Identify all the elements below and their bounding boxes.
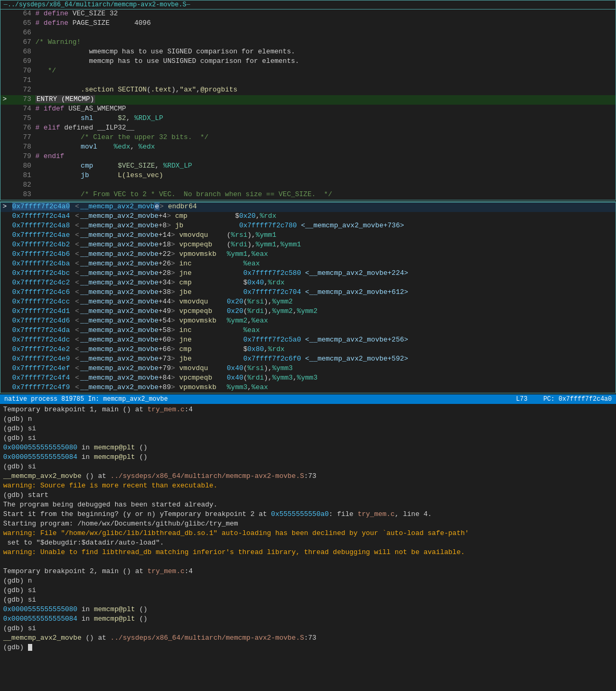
source-line: 75 shl $2, %RDX_LP bbox=[1, 114, 615, 124]
source-line: 77 /* Clear the upper 32 bits. */ bbox=[1, 133, 615, 143]
disasm-offset: +73 bbox=[158, 355, 171, 363]
line-content: # ifdef USE_AS_WMEMCMP bbox=[35, 105, 613, 113]
source-line: 69 memcmp has to use UNSIGNED comparison… bbox=[1, 57, 615, 67]
line-arrow: > bbox=[3, 95, 12, 103]
disasm-operands: $0x40,%rdx bbox=[227, 279, 284, 287]
disasm-line: 0x7ffff7f2c4dc <__memcmp_avx2_movbe+60>j… bbox=[1, 336, 615, 345]
disasm-instr: vpmovmskb bbox=[179, 383, 227, 391]
disasm-panel: >0x7ffff7f2c4a0 <__memcmp_avx2_movbe>end… bbox=[0, 201, 616, 393]
source-panel-title: —../sysdeps/x86_64/multiarch/memcmp-avx2… bbox=[1, 1, 615, 10]
disasm-addr: 0x7ffff7f2c4d6 bbox=[12, 317, 70, 325]
disasm-func: __memcmp_avx2_movbe bbox=[80, 298, 158, 306]
disasm-bracket: > bbox=[171, 383, 175, 391]
disasm-func: __memcmp_avx2_movbe bbox=[80, 241, 158, 248]
source-line: 80 cmp $VEC_SIZE, %RDX_LP bbox=[1, 162, 615, 171]
disasm-operands: %ymm3,%eax bbox=[227, 383, 268, 391]
source-line: 78 movl %edx, %edx bbox=[1, 143, 615, 152]
source-line: 76# elif defined __ILP32__ bbox=[1, 124, 615, 133]
disasm-line: 0x7ffff7f2c4f4 <__memcmp_avx2_movbe+84>v… bbox=[1, 374, 615, 383]
line-number: 68 bbox=[12, 48, 31, 56]
gdb-line: warning: Source file is more recent than… bbox=[2, 481, 614, 491]
disasm-operands: 0x7ffff7f2c580 <__memcmp_avx2_movbe+224> bbox=[227, 269, 408, 277]
disasm-func: __memcmp_avx2_movbe bbox=[80, 250, 158, 258]
disasm-bracket: > bbox=[171, 345, 175, 353]
gdb-line: __memcmp_avx2_movbe () at ../sysdeps/x86… bbox=[2, 633, 614, 643]
disasm-line: 0x7ffff7f2c4c2 <__memcmp_avx2_movbe+34>c… bbox=[1, 279, 615, 288]
disasm-sep: < bbox=[71, 383, 79, 391]
disasm-sep: < bbox=[71, 231, 79, 239]
line-number: 69 bbox=[12, 57, 31, 65]
disasm-offset: +84 bbox=[158, 374, 171, 382]
source-line: 68 wmemcmp has to use SIGNED comparison … bbox=[1, 48, 615, 57]
disasm-sep: < bbox=[71, 202, 79, 210]
disasm-addr: 0x7ffff7f2c4c6 bbox=[12, 288, 70, 296]
line-number: 76 bbox=[12, 124, 31, 132]
line-number: 72 bbox=[12, 86, 31, 94]
status-bar: native process 819785 In: memcmp_avx2_mo… bbox=[0, 394, 616, 404]
source-panel: —../sysdeps/x86_64/multiarch/memcmp-avx2… bbox=[0, 0, 616, 200]
disasm-instr: vmovdqu bbox=[179, 364, 227, 372]
disasm-sep: < bbox=[71, 374, 79, 382]
disasm-offset: +18 bbox=[158, 241, 171, 248]
line-number: 70 bbox=[12, 67, 31, 75]
disasm-instr: vpcmpeqb bbox=[179, 374, 227, 382]
disasm-bracket: > bbox=[171, 374, 175, 382]
disasm-sep: < bbox=[71, 317, 79, 325]
disasm-operands: %eax bbox=[227, 260, 259, 268]
disasm-operands: $0x80,%rdx bbox=[227, 345, 284, 353]
disasm-offset: +22 bbox=[158, 250, 171, 258]
disasm-sep: < bbox=[71, 336, 79, 344]
disasm-bracket: > bbox=[171, 307, 175, 315]
source-code-area: 64# define VEC_SIZE 3265# define PAGE_SI… bbox=[1, 10, 615, 200]
disasm-offset: +54 bbox=[158, 317, 171, 325]
disasm-instr: cmp bbox=[179, 279, 227, 287]
disasm-line: 0x7ffff7f2c4f9 <__memcmp_avx2_movbe+89>v… bbox=[1, 383, 615, 393]
disasm-func: __memcmp_avx2_movbe bbox=[80, 326, 158, 334]
disasm-line: 0x7ffff7f2c4ba <__memcmp_avx2_movbe+26>i… bbox=[1, 260, 615, 269]
source-line: 79# endif bbox=[1, 152, 615, 162]
disasm-sep: < bbox=[71, 212, 79, 220]
disasm-sep: < bbox=[71, 298, 79, 306]
disasm-bracket: > bbox=[171, 326, 175, 334]
disasm-func: __memcmp_avx2_movbe bbox=[80, 307, 158, 315]
disasm-func: __memcmp_avx2_movbe bbox=[80, 231, 158, 239]
disasm-addr: 0x7ffff7f2c4e2 bbox=[12, 345, 70, 353]
gdb-line: Temporary breakpoint 2, main () at try_m… bbox=[2, 567, 614, 576]
line-number: 77 bbox=[12, 133, 31, 141]
disasm-addr: 0x7ffff7f2c4b6 bbox=[12, 250, 70, 258]
disasm-addr: 0x7ffff7f2c4ba bbox=[12, 260, 70, 268]
disasm-sep: < bbox=[71, 364, 79, 372]
disasm-line: 0x7ffff7f2c4cc <__memcmp_avx2_movbe+44>v… bbox=[1, 298, 615, 307]
line-number: 80 bbox=[12, 162, 31, 170]
line-content: /* From VEC to 2 * VEC. No branch when s… bbox=[35, 190, 613, 198]
disasm-line: 0x7ffff7f2c4e2 <__memcmp_avx2_movbe+66>c… bbox=[1, 345, 615, 355]
disasm-offset: +28 bbox=[158, 269, 171, 277]
line-content: # define PAGE_SIZE 4096 bbox=[35, 19, 613, 27]
disasm-instr: jb bbox=[175, 222, 222, 229]
gdb-line: 0x0000555555555080 in memcmp@plt () bbox=[2, 443, 614, 453]
gdb-line: (gdb) bbox=[2, 643, 614, 652]
disasm-operands: $0x20,%rdx bbox=[222, 212, 276, 220]
source-line: 65# define PAGE_SIZE 4096 bbox=[1, 19, 615, 29]
disasm-offset: +44 bbox=[158, 298, 171, 306]
disasm-operands: 0x20(%rdi),%ymm2,%ymm2 bbox=[227, 307, 318, 315]
disasm-offset: +34 bbox=[158, 279, 171, 287]
gdb-console[interactable]: Temporary breakpoint 1, main () at try_m… bbox=[0, 404, 616, 691]
disasm-operands: 0x20(%rsi),%ymm2 bbox=[227, 298, 293, 306]
line-number: 78 bbox=[12, 143, 31, 151]
disasm-func: __memcmp_avx2_movbe bbox=[80, 336, 158, 344]
line-content: # elif defined __ILP32__ bbox=[35, 124, 613, 132]
disasm-sep: < bbox=[71, 279, 79, 287]
gdb-line: set to "$debugdir:$datadir/auto-load". bbox=[2, 538, 614, 548]
line-number: 66 bbox=[12, 29, 31, 36]
disasm-bracket: > bbox=[171, 241, 175, 248]
disasm-func: __memcmp_avx2_movbe bbox=[80, 345, 158, 353]
disasm-offset: +8 bbox=[158, 222, 167, 229]
disasm-line: 0x7ffff7f2c4d6 <__memcmp_avx2_movbe+54>v… bbox=[1, 317, 615, 326]
source-line: 66 bbox=[1, 29, 615, 38]
disasm-addr: 0x7ffff7f2c4d1 bbox=[12, 307, 70, 315]
disasm-bracket: > bbox=[171, 317, 175, 325]
status-pc: PC: 0x7ffff7f2c4a0 bbox=[543, 395, 612, 403]
line-content: /* Warning! bbox=[35, 38, 613, 46]
disasm-operands: (%rsi),%ymm1 bbox=[227, 231, 276, 239]
